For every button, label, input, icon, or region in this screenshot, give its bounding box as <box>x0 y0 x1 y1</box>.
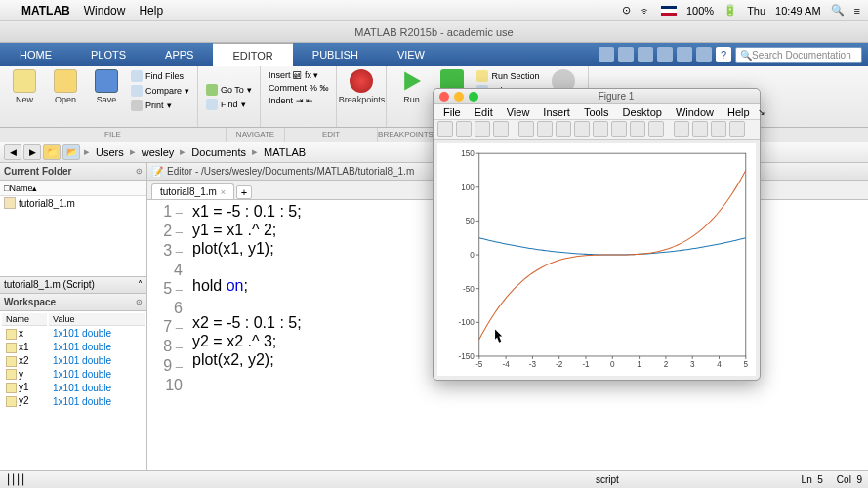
up-folder-button[interactable]: 📁 <box>43 144 61 160</box>
fig-save-icon[interactable] <box>475 121 490 137</box>
doc-search-input[interactable]: 🔍 Search Documentation <box>735 47 862 63</box>
workspace-header[interactable]: Workspace⊙ <box>0 294 146 311</box>
window-menu[interactable]: Window <box>84 4 126 18</box>
workspace-row[interactable]: y1x101 double <box>2 369 145 381</box>
goto-button[interactable]: Go To ▾ <box>204 83 254 97</box>
figure-window[interactable]: Figure 1 File Edit View Insert Tools Des… <box>433 88 761 381</box>
fig-new-icon[interactable] <box>437 121 453 137</box>
line-gutter: 12345678910 <box>147 200 186 484</box>
qat-redo-icon[interactable] <box>696 47 712 62</box>
crumb-documents[interactable]: Documents <box>189 146 248 158</box>
breakpoints-button[interactable]: Breakpoints <box>343 69 380 124</box>
fig-pan-icon[interactable] <box>574 121 590 137</box>
fig-menu-view[interactable]: View <box>501 106 536 118</box>
back-button[interactable]: ◀ <box>4 144 21 160</box>
qat-cut-icon[interactable] <box>618 47 634 62</box>
fig-menu-edit[interactable]: Edit <box>469 106 499 118</box>
tab-home[interactable]: HOME <box>0 43 71 66</box>
fig-showplot-icon[interactable] <box>729 121 745 137</box>
help-menu[interactable]: Help <box>139 4 163 18</box>
status-line: Ln 5 <box>802 474 823 485</box>
script-details-header[interactable]: tutorial8_1.m (Script)˄ <box>0 276 146 294</box>
workspace-row[interactable]: x21x101 double <box>2 355 145 367</box>
file-item[interactable]: tutorial8_1.m <box>0 196 146 210</box>
open-button[interactable]: Open <box>47 69 84 124</box>
fig-brush-icon[interactable] <box>630 121 645 137</box>
save-button[interactable]: Save <box>88 69 125 124</box>
find-files-button[interactable]: Find Files <box>129 69 191 83</box>
fig-link-icon[interactable] <box>648 121 664 137</box>
fig-menu-tools[interactable]: Tools <box>578 106 615 118</box>
qat-copy-icon[interactable] <box>638 47 653 62</box>
workspace-row[interactable]: y11x101 double <box>2 382 145 393</box>
new-button[interactable]: New <box>6 69 43 124</box>
qat-undo-icon[interactable] <box>677 47 692 62</box>
browse-button[interactable]: 📂 <box>62 144 80 160</box>
fig-menu-help[interactable]: Help <box>722 106 756 118</box>
close-window-button[interactable] <box>439 92 449 102</box>
editor-tab[interactable]: tutorial8_1.m× <box>151 183 234 199</box>
collapse-icon[interactable]: ⊙ <box>136 298 143 306</box>
fig-dock-icon[interactable]: ↘ <box>758 107 765 117</box>
crumb-matlab[interactable]: MATLAB <box>262 146 308 158</box>
fig-zoomin-icon[interactable] <box>537 121 553 137</box>
insert-button[interactable]: Insert 🗟 fx ▾ <box>267 69 331 81</box>
tab-publish[interactable]: PUBLISH <box>293 43 378 66</box>
battery-icon[interactable]: 🔋 <box>723 4 737 17</box>
tab-view[interactable]: VIEW <box>378 43 444 66</box>
run-section-button[interactable]: Run Section <box>475 69 541 83</box>
fig-legend-icon[interactable] <box>692 121 708 137</box>
fig-print-icon[interactable] <box>493 121 509 137</box>
current-folder-header[interactable]: Current Folder⊙ <box>0 163 146 181</box>
wifi-icon[interactable]: ⊙ <box>622 4 631 17</box>
workspace-row[interactable]: x11x101 double <box>2 342 145 353</box>
crumb-wesley[interactable]: wesley <box>140 146 177 158</box>
fig-rotate-icon[interactable] <box>593 121 608 137</box>
zoom-window-button[interactable] <box>469 92 478 102</box>
current-folder-list[interactable]: tutorial8_1.m <box>0 196 146 276</box>
figure-titlebar[interactable]: Figure 1 <box>434 89 760 104</box>
collapse-icon[interactable]: ⊙ <box>136 167 143 176</box>
new-tab-button[interactable]: + <box>236 185 252 199</box>
minimize-window-button[interactable] <box>454 92 464 102</box>
close-tab-icon[interactable]: × <box>221 187 226 197</box>
fig-pointer-icon[interactable] <box>518 121 534 137</box>
ws-col-name[interactable]: Name <box>2 313 47 326</box>
fig-menu-desktop[interactable]: Desktop <box>617 106 668 118</box>
qat-paste-icon[interactable] <box>657 47 673 62</box>
ribbon-tabstrip: HOME PLOTS APPS EDITOR PUBLISH VIEW ? 🔍 … <box>0 43 868 66</box>
ws-col-value[interactable]: Value <box>49 313 145 326</box>
airport-icon[interactable]: ᯤ <box>641 5 651 17</box>
app-menu[interactable]: MATLAB <box>21 4 70 18</box>
flag-icon[interactable] <box>661 6 677 16</box>
workspace-table[interactable]: NameValue x1x101 doublex11x101 doublex21… <box>0 311 146 409</box>
comment-button[interactable]: Comment % ‰ <box>267 82 331 94</box>
tab-plots[interactable]: PLOTS <box>71 43 145 66</box>
indent-button[interactable]: Indent ⇥ ⇤ <box>267 95 331 106</box>
print-button[interactable]: Print ▾ <box>129 99 191 112</box>
search-icon: 🔍 <box>740 50 752 61</box>
run-button[interactable]: Run <box>393 69 430 124</box>
tab-apps[interactable]: APPS <box>145 43 213 66</box>
expand-icon[interactable]: ˄ <box>138 279 143 290</box>
find-button[interactable]: Find ▾ <box>204 98 254 111</box>
workspace-row[interactable]: x1x101 double <box>2 328 145 340</box>
fig-menu-insert[interactable]: Insert <box>537 106 576 118</box>
fig-menu-file[interactable]: File <box>437 106 467 118</box>
fig-hideplot-icon[interactable] <box>711 121 726 137</box>
spotlight-icon[interactable]: 🔍 <box>831 4 845 17</box>
fig-menu-window[interactable]: Window <box>670 106 720 118</box>
fig-colorbar-icon[interactable] <box>674 121 689 137</box>
fig-zoomout-icon[interactable] <box>556 121 571 137</box>
tab-editor[interactable]: EDITOR <box>213 43 292 66</box>
crumb-users[interactable]: Users <box>94 146 126 158</box>
workspace-row[interactable]: y21x101 double <box>2 395 145 407</box>
compare-button[interactable]: Compare ▾ <box>129 84 191 98</box>
fwd-button[interactable]: ▶ <box>23 144 41 160</box>
menu-extras-icon[interactable]: ≡ <box>854 5 860 17</box>
qat-save-icon[interactable] <box>599 47 614 62</box>
fig-open-icon[interactable] <box>456 121 472 137</box>
figure-axes[interactable]: -5-4-3-2-1012345-150-100-50050100150 <box>437 143 756 376</box>
fig-datacursor-icon[interactable] <box>611 121 627 137</box>
qat-help-icon[interactable]: ? <box>716 47 731 62</box>
